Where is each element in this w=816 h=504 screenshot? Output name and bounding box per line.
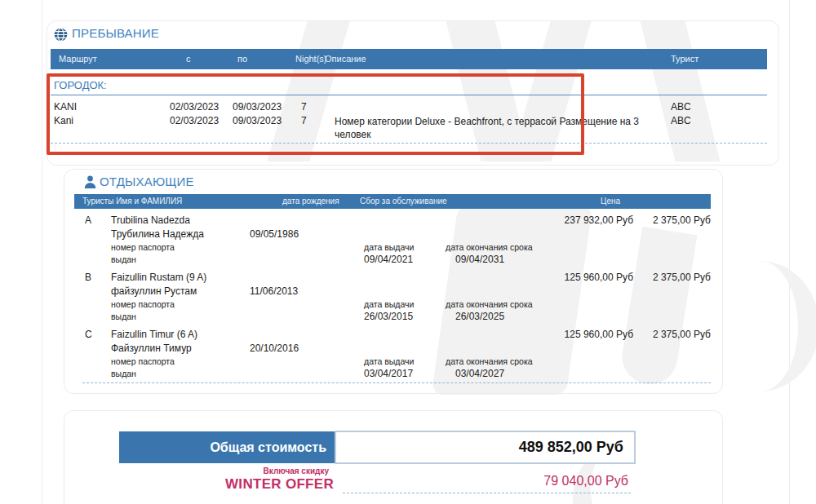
- stay-col-desc: Описание: [325, 49, 366, 69]
- discount-name: WINTER OFFER: [130, 476, 334, 493]
- guest-birth-date: 11/06/2013: [250, 285, 298, 297]
- stay-col-tourist: Турист: [671, 49, 698, 69]
- stay-row-tourist: ABC: [671, 115, 691, 126]
- issued-label: выдан: [111, 254, 136, 264]
- guests-table-header: Туристы Имя и ФАМИЛИЯ дата рождения Сбор…: [74, 194, 711, 209]
- globe-icon: [54, 28, 68, 42]
- guest-letter: A: [85, 214, 91, 226]
- total-label: Общая стоимость: [210, 431, 326, 463]
- guest-expiry-date: 26/03/2025: [455, 311, 504, 322]
- guest-name-cyrillic: Трубилина Надежда: [111, 228, 204, 240]
- passport-label: номер паспорта: [111, 242, 175, 252]
- stay-col-nights: Night(s): [295, 49, 327, 69]
- stay-section-title: ПРЕБЫВАНИЕ: [72, 26, 159, 40]
- guests-col-name: Туристы Имя и ФАМИЛИЯ: [82, 194, 182, 209]
- guest-issue-date: 26/03/2015: [364, 311, 413, 322]
- guests-col-birth: дата рождения: [282, 194, 339, 209]
- guests-section-title: ОТДЫХАЮЩИЕ: [100, 175, 194, 188]
- dotted-divider: [343, 493, 631, 493]
- page-edge-right: [789, 0, 790, 504]
- guest-letter: C: [85, 329, 92, 340]
- issue-date-label: дата выдачи: [364, 242, 414, 252]
- guests-col-service: Сбор за обслуживание: [360, 194, 447, 209]
- guest-issue-date: 09/04/2021: [364, 254, 413, 265]
- issued-label: выдан: [111, 369, 136, 378]
- issue-date-label: дата выдачи: [364, 356, 414, 366]
- passport-label: номер паспорта: [111, 356, 175, 366]
- stay-col-to: по: [237, 49, 247, 69]
- guest-name-latin: Faizullin Rustam (9 A): [111, 272, 206, 283]
- guest-service-fee: 2 375,00 Руб: [580, 272, 711, 283]
- highlight-box: [47, 73, 584, 155]
- guests-section: ОТДЫХАЮЩИЕ Туристы Имя и ФАМИЛИЯ дата ро…: [64, 169, 723, 394]
- passport-label: номер паспорта: [111, 299, 175, 309]
- total-value-box: 489 852,00 Руб: [335, 431, 636, 464]
- guest-name-cyrillic: Файзуллин Тимур: [111, 343, 192, 354]
- guest-birth-date: 09/05/1986: [250, 228, 299, 240]
- guests-col-price: Цена: [601, 194, 620, 209]
- totals-section: Общая стоимость 489 852,00 Руб Включая с…: [64, 410, 723, 504]
- guest-letter: B: [85, 272, 91, 283]
- guest-service-fee: 2 375,00 Руб: [580, 214, 711, 226]
- expiry-date-label: дата окончания срока: [446, 299, 533, 309]
- total-value: 489 852,00 Руб: [519, 432, 623, 462]
- guest-birth-date: 20/10/2016: [250, 343, 299, 354]
- expiry-date-label: дата окончания срока: [446, 242, 533, 252]
- guest-name-latin: Trubilina Nadezda: [111, 214, 190, 226]
- total-label-box: Общая стоимость: [119, 431, 335, 463]
- guest-expiry-date: 09/04/2031: [455, 254, 504, 265]
- guest-expiry-date: 03/04/2027: [455, 368, 504, 379]
- person-icon: [84, 175, 96, 188]
- guest-service-fee: 2 375,00 Руб: [580, 329, 711, 340]
- stay-table-header: Маршрут с по Night(s) Описание Турист: [51, 49, 767, 69]
- stay-row-tourist: ABC: [671, 101, 691, 113]
- stay-col-from: с: [186, 49, 191, 69]
- expiry-date-label: дата окончания срока: [446, 356, 533, 366]
- issued-label: выдан: [111, 312, 136, 321]
- guest-name-latin: Faizullin Timur (6 A): [111, 329, 197, 340]
- discount-value: 79 040,00 Руб: [465, 474, 628, 489]
- dotted-divider: [82, 382, 711, 383]
- stay-col-route: Маршрут: [59, 49, 97, 69]
- discount-caption: Включая скидку: [166, 466, 329, 475]
- page-edge-left: [42, 0, 42, 504]
- guest-issue-date: 03/04/2017: [364, 368, 413, 379]
- issue-date-label: дата выдачи: [364, 299, 414, 309]
- guest-name-cyrillic: файзуллин Рустам: [111, 285, 197, 297]
